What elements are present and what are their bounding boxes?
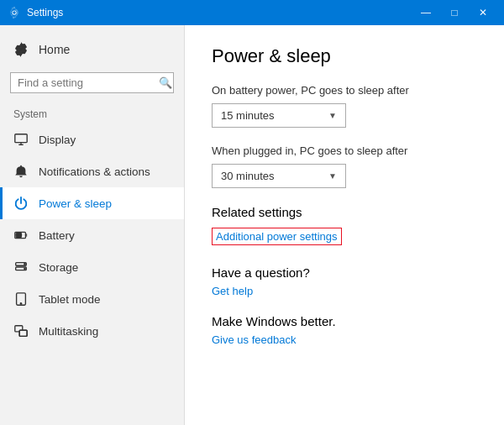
related-settings-title: Related settings: [212, 205, 477, 219]
minimize-button[interactable]: —: [413, 0, 438, 25]
give-feedback-link[interactable]: Give us feedback: [212, 333, 477, 346]
get-help-link[interactable]: Get help: [212, 285, 477, 297]
sidebar-item-home[interactable]: Home: [0, 34, 184, 66]
plugged-dropdown-arrow: ▼: [328, 171, 337, 181]
plugged-sleep-dropdown[interactable]: 30 minutes ▼: [212, 164, 346, 188]
home-label: Home: [39, 43, 70, 56]
home-icon: [13, 42, 29, 57]
search-box[interactable]: 🔍: [10, 72, 174, 93]
sidebar-item-tablet[interactable]: Tablet mode: [0, 283, 184, 315]
sidebar-item-multitasking[interactable]: Multitasking: [0, 315, 184, 347]
svg-rect-15: [19, 330, 27, 336]
system-section-label: System: [0, 100, 184, 123]
sidebar-item-notifications[interactable]: Notifications & actions: [0, 155, 184, 187]
tablet-label: Tablet mode: [39, 293, 101, 306]
battery-icon: [13, 228, 29, 243]
notifications-label: Notifications & actions: [39, 165, 150, 178]
additional-power-settings-link[interactable]: Additional power settings: [212, 228, 342, 245]
main-container: Home 🔍 System Display Notifications & ac…: [0, 25, 504, 425]
battery-sleep-dropdown[interactable]: 15 minutes ▼: [212, 103, 346, 128]
multitasking-icon: [13, 323, 29, 338]
svg-point-10: [24, 264, 25, 265]
make-windows-better-title: Make Windows better.: [212, 314, 477, 328]
svg-point-11: [24, 268, 25, 269]
multitasking-label: Multitasking: [39, 325, 98, 338]
svg-rect-7: [16, 233, 21, 238]
battery-dropdown-value: 15 minutes: [221, 109, 275, 122]
plugged-section-label: When plugged in, PC goes to sleep after: [212, 144, 477, 157]
battery-section-label: On battery power, PC goes to sleep after: [212, 84, 477, 97]
search-input[interactable]: [18, 76, 159, 89]
power-icon: [13, 196, 29, 211]
display-icon: [13, 132, 29, 147]
close-button[interactable]: ✕: [470, 0, 496, 25]
maximize-button[interactable]: □: [442, 0, 467, 25]
titlebar-title: Settings: [27, 7, 63, 18]
battery-dropdown-arrow: ▼: [328, 111, 337, 120]
titlebar-left: Settings: [8, 7, 63, 18]
sidebar-item-power[interactable]: Power & sleep: [0, 187, 184, 219]
search-icon: 🔍: [159, 76, 172, 89]
power-label: Power & sleep: [39, 197, 112, 210]
display-label: Display: [39, 134, 76, 146]
have-question-title: Have a question?: [212, 265, 477, 280]
storage-icon: [13, 260, 29, 275]
titlebar: Settings — □ ✕: [0, 0, 504, 25]
battery-label: Battery: [39, 229, 75, 242]
storage-label: Storage: [39, 261, 78, 274]
tablet-icon: [13, 291, 29, 307]
sidebar-item-storage[interactable]: Storage: [0, 251, 184, 283]
svg-point-13: [20, 303, 21, 304]
titlebar-controls: — □ ✕: [413, 0, 496, 25]
content-area: Power & sleep On battery power, PC goes …: [185, 25, 504, 425]
page-title: Power & sleep: [212, 45, 477, 67]
plugged-dropdown-value: 30 minutes: [221, 170, 275, 182]
sidebar-item-display[interactable]: Display: [0, 123, 184, 155]
notifications-icon: [13, 164, 29, 179]
settings-app-icon: [8, 7, 20, 18]
sidebar: Home 🔍 System Display Notifications & ac…: [0, 25, 185, 425]
sidebar-item-battery[interactable]: Battery: [0, 219, 184, 251]
svg-rect-1: [15, 134, 27, 143]
